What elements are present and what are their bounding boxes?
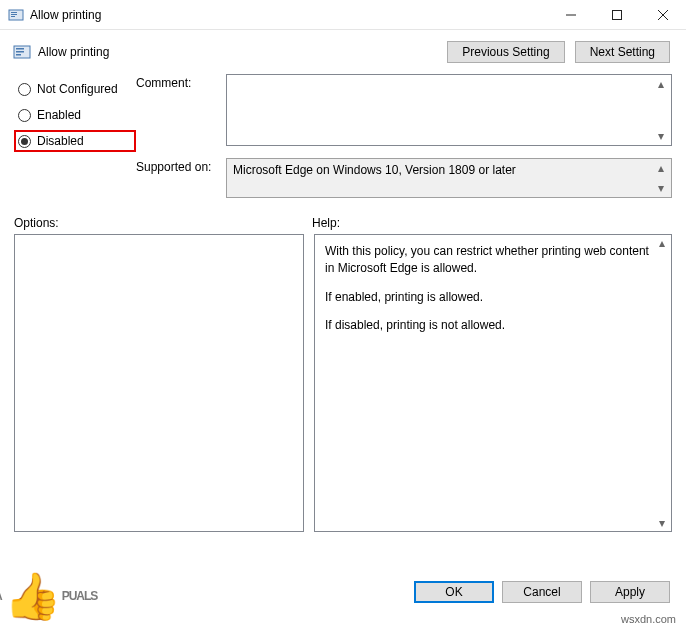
- header-row: Allow printing Previous Setting Next Set…: [0, 30, 686, 74]
- radio-label: Enabled: [37, 108, 81, 122]
- cancel-button[interactable]: Cancel: [502, 581, 582, 603]
- next-setting-button[interactable]: Next Setting: [575, 41, 670, 63]
- chevron-down-icon: ▾: [653, 181, 669, 195]
- help-text: If disabled, printing is not allowed.: [325, 317, 651, 334]
- comment-label: Comment:: [136, 74, 226, 90]
- supported-on-value: Microsoft Edge on Windows 10, Version 18…: [233, 163, 516, 177]
- thumbs-up-icon: 👍: [4, 569, 60, 623]
- chevron-up-icon: ▴: [653, 161, 669, 175]
- svg-rect-1: [11, 12, 17, 13]
- radio-icon: [18, 135, 31, 148]
- policy-icon: [12, 42, 32, 62]
- svg-rect-3: [11, 16, 15, 17]
- ok-button[interactable]: OK: [414, 581, 494, 603]
- svg-rect-2: [11, 14, 17, 15]
- scrollbar[interactable]: ▴ ▾: [653, 77, 669, 143]
- svg-rect-11: [16, 54, 21, 56]
- supported-on-label: Supported on:: [136, 158, 226, 174]
- options-label: Options:: [14, 216, 312, 230]
- radio-icon: [18, 109, 31, 122]
- radio-enabled[interactable]: Enabled: [14, 104, 136, 126]
- help-text: If enabled, printing is allowed.: [325, 289, 651, 306]
- maximize-button[interactable]: [594, 0, 640, 29]
- apply-button[interactable]: Apply: [590, 581, 670, 603]
- previous-setting-button[interactable]: Previous Setting: [447, 41, 564, 63]
- radio-not-configured[interactable]: Not Configured: [14, 78, 136, 100]
- state-radio-group: Not Configured Enabled Disabled: [14, 74, 136, 210]
- svg-rect-9: [16, 48, 24, 50]
- radio-disabled[interactable]: Disabled: [14, 130, 136, 152]
- watermark-logo: A👍PUALS: [0, 569, 97, 623]
- close-button[interactable]: [640, 0, 686, 29]
- scrollbar[interactable]: ▴ ▾: [654, 236, 670, 530]
- radio-label: Disabled: [37, 134, 84, 148]
- radio-label: Not Configured: [37, 82, 118, 96]
- svg-rect-5: [613, 10, 622, 19]
- help-text: With this policy, you can restrict wheth…: [325, 243, 651, 277]
- radio-icon: [18, 83, 31, 96]
- dialog-buttons: OK Cancel Apply: [414, 581, 670, 603]
- chevron-down-icon: ▾: [653, 129, 669, 143]
- options-pane: [14, 234, 304, 532]
- window-title: Allow printing: [30, 8, 548, 22]
- chevron-up-icon: ▴: [654, 236, 670, 250]
- watermark-source: wsxdn.com: [621, 613, 676, 625]
- minimize-button[interactable]: [548, 0, 594, 29]
- policy-app-icon: [8, 7, 24, 23]
- chevron-up-icon: ▴: [653, 77, 669, 91]
- policy-title: Allow printing: [38, 45, 447, 59]
- chevron-down-icon: ▾: [654, 516, 670, 530]
- svg-rect-10: [16, 51, 24, 53]
- scrollbar[interactable]: ▴ ▾: [653, 161, 669, 195]
- help-label: Help:: [312, 216, 672, 230]
- comment-textarea[interactable]: ▴ ▾: [226, 74, 672, 146]
- window-controls: [548, 0, 686, 29]
- supported-on-box: Microsoft Edge on Windows 10, Version 18…: [226, 158, 672, 198]
- help-pane: With this policy, you can restrict wheth…: [314, 234, 672, 532]
- titlebar: Allow printing: [0, 0, 686, 30]
